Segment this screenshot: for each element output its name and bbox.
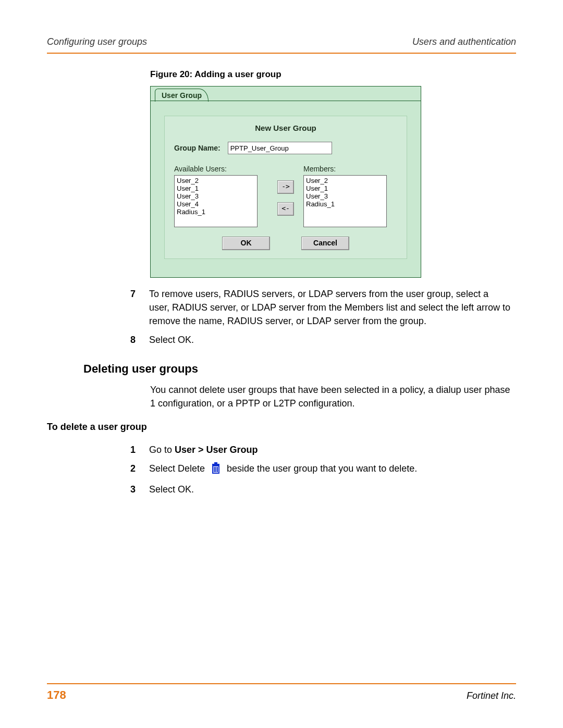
available-users-label: Available Users: [174, 165, 268, 173]
footer-company: Fortinet Inc. [467, 690, 516, 701]
step-number: 3 [125, 483, 136, 496]
running-header: Configuring user groups Users and authen… [47, 36, 516, 47]
step-text: Select OK. [149, 483, 516, 496]
header-rule [47, 53, 516, 54]
section-intro: You cannot delete user groups that have … [150, 383, 516, 410]
svg-rect-1 [214, 462, 217, 464]
group-name-input[interactable] [228, 142, 332, 154]
step-text: To remove users, RADIUS servers, or LDAP… [149, 287, 511, 328]
step1-bold: User > User Group [175, 445, 258, 455]
steps-top: 7 To remove users, RADIUS servers, or LD… [125, 287, 511, 347]
step-number: 7 [125, 287, 136, 328]
new-user-group-panel: New User Group Group Name: Available Use… [164, 116, 407, 259]
figure-caption: Figure 20: Adding a user group [150, 69, 516, 80]
step-number: 8 [125, 333, 136, 347]
step-number: 2 [125, 462, 136, 477]
section-heading: Deleting user groups [83, 362, 516, 376]
ok-button[interactable]: OK [222, 237, 270, 250]
transfer-arrows: -> <- [277, 180, 294, 216]
members-list[interactable]: User_2 User_1 User_3 Radius_1 [303, 175, 387, 227]
delete-steps: 1 Go to User > User Group 2 Select Delet… [125, 443, 516, 496]
delete-subheading: To delete a user group [47, 420, 516, 434]
delete-step-1: 1 Go to User > User Group [125, 443, 516, 456]
group-name-label: Group Name: [174, 144, 221, 152]
step-text: Go to User > User Group [149, 443, 516, 456]
svg-rect-0 [212, 464, 219, 465]
footer-rule [47, 683, 516, 684]
step2-before: Select Delete [149, 463, 207, 474]
document-page: Configuring user groups Users and authen… [0, 0, 563, 728]
available-users-list[interactable]: User_2 User_1 User_3 User_4 Radius_1 [174, 175, 258, 227]
delete-step-2: 2 Select Delete beside the user group th… [125, 462, 516, 477]
header-left: Configuring user groups [47, 36, 147, 47]
step-7: 7 To remove users, RADIUS servers, or LD… [125, 287, 511, 328]
members-label: Members: [303, 165, 397, 173]
header-right: Users and authentication [412, 36, 516, 47]
add-member-button[interactable]: -> [277, 180, 294, 194]
trash-icon [211, 462, 221, 477]
step-text: Select OK. [149, 333, 511, 347]
step1-prefix: Go to [149, 445, 175, 455]
remove-member-button[interactable]: <- [277, 202, 294, 216]
tab-bar: User Group [151, 87, 421, 101]
step-number: 1 [125, 443, 136, 456]
panel-title: New User Group [174, 124, 397, 132]
step-text: Select Delete beside the user group that… [149, 462, 516, 477]
delete-step-3: 3 Select OK. [125, 483, 516, 496]
tab-user-group[interactable]: User Group [155, 89, 209, 102]
tab-underline [151, 101, 421, 101]
dialog-screenshot: User Group New User Group Group Name: Av… [150, 86, 421, 278]
available-users-column: Available Users: User_2 User_1 User_3 Us… [174, 165, 268, 227]
cancel-button[interactable]: Cancel [301, 237, 349, 250]
page-footer: 178 Fortinet Inc. [47, 683, 516, 702]
page-number: 178 [47, 688, 66, 702]
members-column: Members: User_2 User_1 User_3 Radius_1 [303, 165, 397, 227]
step-8: 8 Select OK. [125, 333, 511, 347]
group-name-row: Group Name: [174, 142, 397, 154]
step2-after: beside the user group that you want to d… [227, 463, 417, 474]
